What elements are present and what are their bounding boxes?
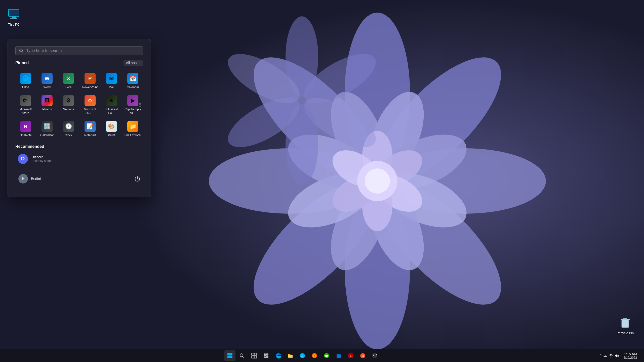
search-input[interactable] bbox=[26, 49, 139, 53]
rec-item-discord[interactable]: D Discord Recently added bbox=[15, 152, 143, 166]
excel-label: Excel bbox=[65, 85, 72, 89]
user-info[interactable]: E Bedini bbox=[16, 172, 43, 185]
taskbar-search-button[interactable] bbox=[236, 350, 248, 361]
svg-point-62 bbox=[314, 355, 315, 356]
all-apps-button[interactable]: All apps › bbox=[124, 60, 143, 66]
svg-rect-51 bbox=[254, 353, 257, 355]
paint-icon: 🎨 bbox=[106, 121, 117, 132]
discord-subtitle: Recently added bbox=[31, 159, 52, 163]
pinned-apps-grid: 🌐 Edge W Word X Excel P PowerPoint ✉ Mai… bbox=[15, 70, 143, 140]
clock-display[interactable]: 1:15 AM 2/19/2023 bbox=[622, 351, 639, 360]
taskbar-file-explorer-button[interactable] bbox=[285, 350, 296, 361]
edge-icon: 🌐 bbox=[20, 73, 31, 84]
app-item-calendar[interactable]: 📅 Calendar bbox=[123, 70, 143, 92]
svg-rect-57 bbox=[266, 355, 268, 358]
taskbar-edge-button[interactable] bbox=[273, 350, 284, 361]
pinned-header: Pinned All apps › bbox=[15, 60, 143, 66]
widgets-button[interactable] bbox=[261, 350, 272, 361]
notepad-icon: 📝 bbox=[85, 121, 96, 132]
app-item-edge[interactable]: 🌐 Edge bbox=[15, 70, 36, 92]
svg-point-69 bbox=[372, 353, 377, 358]
user-avatar: E bbox=[18, 174, 28, 184]
solitaire-icon: ♠ bbox=[106, 95, 117, 106]
svg-line-49 bbox=[243, 356, 244, 358]
svg-point-24 bbox=[365, 168, 390, 194]
paint-label: Paint bbox=[108, 133, 115, 137]
power-button[interactable] bbox=[133, 174, 142, 184]
tray-sound-icon[interactable] bbox=[615, 354, 619, 358]
taskbar-brave-button[interactable]: B bbox=[357, 350, 368, 361]
user-name: Bedini bbox=[31, 177, 41, 181]
pinned-title: Pinned bbox=[15, 61, 29, 65]
taskbar-wechat-button[interactable]: 💬 bbox=[321, 350, 332, 361]
onenote-label: OneNote bbox=[20, 133, 32, 137]
app-item-m365[interactable]: O Microsoft 365 … bbox=[80, 93, 100, 117]
task-view-button[interactable] bbox=[249, 350, 260, 361]
file-explorer-label: File Explorer bbox=[125, 133, 141, 137]
app-item-solitaire[interactable]: ♠ Solitaire & Ca… bbox=[101, 93, 122, 117]
this-pc-label: This PC bbox=[8, 23, 20, 26]
svg-rect-50 bbox=[252, 353, 254, 355]
svg-rect-56 bbox=[266, 353, 268, 355]
app-item-onenote[interactable]: N OneNote bbox=[15, 118, 36, 140]
app-item-settings[interactable]: ⚙ Settings bbox=[58, 93, 79, 117]
app-item-excel[interactable]: X Excel bbox=[58, 70, 79, 92]
solitaire-label: Solitaire & Ca… bbox=[103, 108, 120, 115]
app-item-microsoft-store[interactable]: 🛍 Microsoft Store bbox=[15, 93, 36, 117]
app-item-notepad[interactable]: 📝 Notepad bbox=[80, 118, 100, 140]
calculator-label: Calculator bbox=[40, 133, 54, 137]
clock-time: 1:15 AM bbox=[624, 352, 637, 356]
svg-line-43 bbox=[22, 52, 23, 53]
app-item-file-explorer[interactable]: 📁 File Explorer bbox=[123, 118, 143, 140]
chevron-right-icon: › bbox=[139, 61, 141, 65]
tray-cloud-icon[interactable]: ☁ bbox=[603, 353, 607, 358]
photos-label: Photos bbox=[42, 108, 52, 111]
svg-rect-47 bbox=[230, 356, 232, 358]
taskbar-filezilla-button[interactable]: Z bbox=[345, 350, 356, 361]
notepad-label: Notepad bbox=[84, 133, 96, 137]
start-button[interactable] bbox=[224, 350, 235, 361]
svg-text:💬: 💬 bbox=[325, 354, 328, 358]
start-menu: Pinned All apps › 🌐 Edge W Word X Excel … bbox=[8, 39, 151, 197]
recycle-bin-icon bbox=[618, 315, 632, 330]
app-item-paint[interactable]: 🎨 Paint bbox=[101, 118, 122, 140]
mail-icon: ✉ bbox=[106, 73, 117, 84]
svg-rect-53 bbox=[254, 356, 257, 358]
scroll-dot-1 bbox=[139, 103, 141, 105]
svg-rect-55 bbox=[264, 356, 266, 358]
search-bar[interactable] bbox=[15, 46, 143, 55]
microsoft-store-label: Microsoft Store bbox=[17, 108, 34, 115]
onenote-icon: N bbox=[20, 121, 31, 132]
app-item-mail[interactable]: ✉ Mail bbox=[101, 70, 122, 92]
taskbar-files-button[interactable] bbox=[333, 350, 344, 361]
recommended-list: D Discord Recently added bbox=[15, 152, 143, 166]
tray-wifi-icon[interactable] bbox=[609, 354, 613, 358]
app-item-word[interactable]: W Word bbox=[37, 70, 57, 92]
desktop-icon-recycle-bin[interactable]: Recycle Bin bbox=[614, 313, 636, 337]
microsoft-store-icon: 🛍 bbox=[20, 95, 31, 106]
tray-chevron-icon[interactable]: ^ bbox=[600, 354, 601, 358]
taskbar-firefox-button[interactable] bbox=[309, 350, 320, 361]
scroll-indicator bbox=[139, 103, 141, 107]
app-item-photos[interactable]: 🖼 Photos bbox=[37, 93, 57, 117]
svg-rect-34 bbox=[12, 17, 16, 18]
taskbar-dev-button[interactable] bbox=[369, 350, 380, 361]
recycle-bin-label: Recycle Bin bbox=[617, 331, 634, 335]
word-label: Word bbox=[44, 85, 51, 89]
taskbar-teams-button[interactable]: S bbox=[297, 350, 308, 361]
svg-rect-38 bbox=[623, 318, 627, 319]
recommended-title: Recommended bbox=[15, 144, 44, 149]
settings-label: Settings bbox=[63, 108, 74, 111]
taskbar-center: S 💬 Z bbox=[224, 350, 380, 361]
app-item-clock[interactable]: 🕐 Clock bbox=[58, 118, 79, 140]
tray-icons[interactable]: ^ ☁ bbox=[600, 353, 619, 358]
taskbar: S 💬 Z bbox=[0, 349, 644, 362]
powerpoint-icon: P bbox=[85, 73, 96, 84]
m365-icon: O bbox=[85, 95, 96, 106]
app-item-powerpoint[interactable]: P PowerPoint bbox=[80, 70, 100, 92]
calendar-icon: 📅 bbox=[127, 73, 138, 84]
app-item-calculator[interactable]: 🔢 Calculator bbox=[37, 118, 57, 140]
calendar-label: Calendar bbox=[127, 85, 139, 89]
mail-label: Mail bbox=[109, 85, 114, 89]
desktop-icon-this-pc[interactable]: This PC bbox=[3, 5, 25, 28]
